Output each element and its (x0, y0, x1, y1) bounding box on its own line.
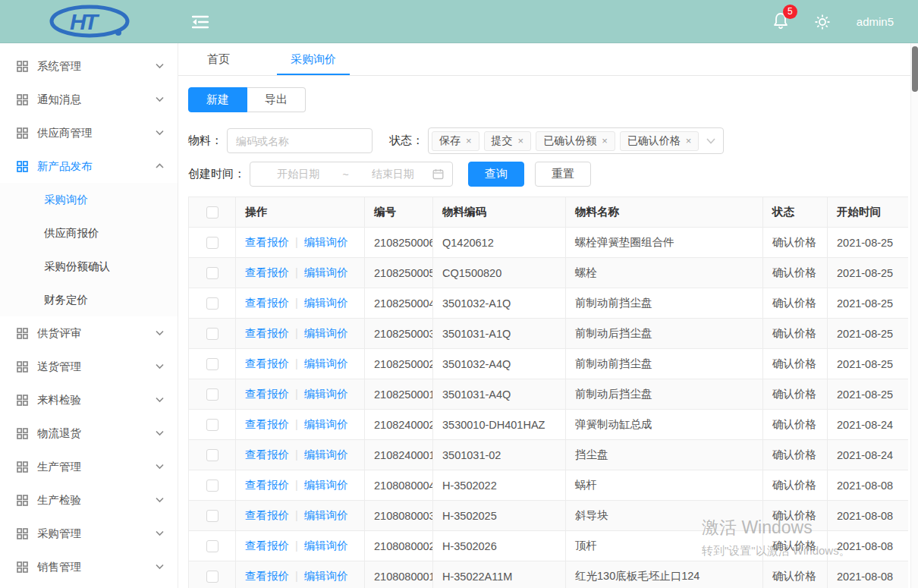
grid-icon (17, 61, 28, 72)
view-quote-link[interactable]: 查看报价 (245, 357, 289, 369)
sidebar-item-6[interactable]: 来料检验 (0, 383, 178, 417)
edit-inquiry-link[interactable]: 编辑询价 (304, 266, 348, 278)
notifications-button[interactable]: 5 (773, 12, 788, 32)
date-range-picker[interactable]: 开始日期 ~ 结束日期 (250, 162, 453, 187)
row-checkbox[interactable] (206, 358, 218, 370)
material-name-cell: 挡尘盘 (566, 440, 763, 470)
edit-inquiry-link[interactable]: 编辑询价 (304, 418, 348, 430)
status-tag[interactable]: 已确认份额× (536, 131, 615, 151)
new-button[interactable]: 新建 (188, 87, 247, 112)
view-quote-link[interactable]: 查看报价 (245, 418, 289, 430)
sidebar-item-7[interactable]: 物流退货 (0, 417, 178, 450)
view-quote-link[interactable]: 查看报价 (245, 570, 289, 582)
edit-inquiry-link[interactable]: 编辑询价 (304, 236, 348, 248)
chevron-down-icon (156, 363, 164, 369)
divider: | (295, 570, 298, 582)
status-cell: 确认价格 (763, 319, 828, 349)
query-button[interactable]: 查询 (468, 162, 524, 187)
divider: | (295, 357, 298, 369)
filter-row-1: 物料： 状态： 保存×提交×已确认份额×已确认价格× (188, 127, 908, 154)
sidebar-subitem[interactable]: 财务定价 (0, 283, 178, 316)
sidebar-item-5[interactable]: 送货管理 (0, 350, 178, 383)
view-quote-link[interactable]: 查看报价 (245, 236, 289, 248)
row-checkbox[interactable] (206, 267, 218, 279)
material-name-cell: 前制动后挡尘盘 (566, 379, 763, 410)
tab-purchase-inquiry[interactable]: 采购询价 (277, 43, 350, 75)
divider: | (295, 297, 298, 309)
status-tag[interactable]: 已确认价格× (620, 131, 700, 151)
row-checkbox[interactable] (206, 571, 218, 583)
row-checkbox[interactable] (206, 237, 218, 249)
material-code-cell: 3501031-A4Q (433, 379, 566, 410)
scrollbar-thumb[interactable] (912, 46, 918, 92)
sidebar-subitem[interactable]: 采购份额确认 (0, 250, 178, 283)
remove-tag-icon[interactable]: × (518, 136, 524, 146)
row-checkbox[interactable] (206, 449, 218, 461)
row-checkbox[interactable] (206, 297, 218, 310)
remove-tag-icon[interactable]: × (602, 136, 608, 146)
edit-inquiry-link[interactable]: 编辑询价 (304, 570, 348, 582)
sidebar-item-3[interactable]: 新产品发布 (0, 149, 178, 183)
view-quote-link[interactable]: 查看报价 (245, 479, 289, 491)
chevron-down-icon (156, 63, 164, 69)
grid-icon (17, 161, 28, 172)
sidebar-item-4[interactable]: 供货评审 (0, 316, 178, 350)
chevron-down-icon (156, 330, 164, 336)
row-checkbox[interactable] (206, 510, 218, 522)
sidebar-item-11[interactable]: 销售管理 (0, 550, 178, 583)
sidebar-item-8[interactable]: 生产管理 (0, 450, 178, 483)
row-checkbox[interactable] (206, 388, 218, 401)
export-button[interactable]: 导出 (247, 87, 306, 112)
select-all-checkbox[interactable] (206, 206, 218, 219)
status-tag[interactable]: 提交× (484, 131, 532, 151)
edit-inquiry-link[interactable]: 编辑询价 (304, 357, 348, 369)
column-id: 编号 (365, 197, 433, 228)
sidebar-item-10[interactable]: 采购管理 (0, 517, 178, 550)
edit-inquiry-link[interactable]: 编辑询价 (304, 327, 348, 339)
material-input[interactable] (227, 128, 373, 153)
edit-inquiry-link[interactable]: 编辑询价 (304, 539, 348, 552)
actions-cell: 查看报价|编辑询价 (236, 440, 365, 470)
view-quote-link[interactable]: 查看报价 (245, 266, 289, 278)
table-row: 查看报价|编辑询价21082400013501031-02挡尘盘确认价格2021… (189, 440, 909, 470)
edit-inquiry-link[interactable]: 编辑询价 (304, 448, 348, 461)
settings-button[interactable] (814, 14, 831, 30)
sidebar-subitem[interactable]: 采购询价 (0, 183, 178, 216)
order-id-cell: 2108080004 (365, 470, 433, 501)
row-checkbox[interactable] (206, 419, 218, 431)
edit-inquiry-link[interactable]: 编辑询价 (304, 509, 348, 521)
vertical-scrollbar[interactable] (910, 43, 918, 588)
edit-inquiry-link[interactable]: 编辑询价 (304, 388, 348, 400)
view-quote-link[interactable]: 查看报价 (245, 297, 289, 309)
status-tag[interactable]: 保存× (432, 131, 479, 151)
actions-cell: 查看报价|编辑询价 (236, 258, 365, 288)
checkbox-cell (189, 379, 236, 410)
remove-tag-icon[interactable]: × (686, 136, 692, 146)
sidebar-subitem[interactable]: 供应商报价 (0, 216, 178, 250)
view-quote-link[interactable]: 查看报价 (245, 448, 289, 461)
row-checkbox[interactable] (206, 480, 218, 492)
view-quote-link[interactable]: 查看报价 (245, 327, 289, 339)
view-quote-link[interactable]: 查看报价 (245, 539, 289, 552)
view-quote-link[interactable]: 查看报价 (245, 509, 289, 521)
table-row: 查看报价|编辑询价2108080004H-3502022蜗杆确认价格2021-0… (189, 470, 909, 501)
edit-inquiry-link[interactable]: 编辑询价 (304, 297, 348, 309)
sidebar-item-9[interactable]: 生产检验 (0, 483, 178, 517)
row-checkbox[interactable] (206, 328, 218, 340)
menu-fold-icon[interactable] (192, 15, 209, 29)
row-checkbox[interactable] (206, 540, 218, 552)
sidebar-item-0[interactable]: 系统管理 (0, 49, 178, 83)
material-code-cell: 3501032-A1Q (433, 288, 566, 319)
material-name-cell: 前制动前挡尘盘 (566, 288, 763, 319)
sidebar-item-2[interactable]: 供应商管理 (0, 116, 178, 149)
reset-button[interactable]: 重置 (535, 162, 591, 187)
user-menu[interactable]: admin5 (857, 15, 894, 28)
view-quote-link[interactable]: 查看报价 (245, 388, 289, 400)
status-multiselect[interactable]: 保存×提交×已确认份额×已确认价格× (428, 127, 724, 154)
tab-home[interactable]: 首页 (193, 43, 244, 75)
remove-tag-icon[interactable]: × (466, 136, 472, 146)
sidebar-item-1[interactable]: 通知消息 (0, 83, 178, 116)
edit-inquiry-link[interactable]: 编辑询价 (304, 479, 348, 491)
start-time-cell: 2021-08-08 (828, 531, 909, 561)
table-row: 查看报价|编辑询价21082400023530010-DH401HAZ弹簧制动缸… (189, 410, 909, 440)
